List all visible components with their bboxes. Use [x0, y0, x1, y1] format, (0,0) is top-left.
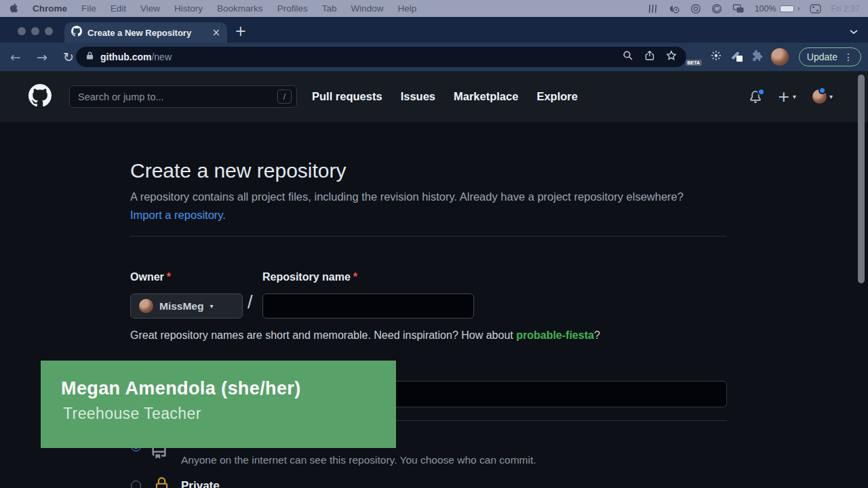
notification-dot: [757, 88, 765, 96]
github-header: / Pull requests Issues Marketplace Explo…: [0, 71, 868, 122]
address-bar[interactable]: github.com/new: [76, 47, 686, 67]
private-label: Private: [181, 479, 220, 488]
user-menu[interactable]: ▾: [812, 89, 833, 104]
presenter-card: Megan Amendola (she/her) Treehouse Teach…: [41, 361, 396, 448]
menubar-clock[interactable]: Fri 2:37: [831, 4, 860, 14]
https-lock-icon[interactable]: [85, 51, 94, 63]
menu-bookmarks[interactable]: Bookmarks: [217, 3, 263, 14]
menu-view[interactable]: View: [140, 3, 160, 14]
menu-profiles[interactable]: Profiles: [277, 3, 308, 14]
editor-extension-icon[interactable]: [730, 49, 743, 65]
macos-menubar: Chrome File Edit View History Bookmarks …: [0, 0, 868, 17]
menu-window[interactable]: Window: [351, 3, 383, 14]
hint-suffix: ?: [594, 329, 600, 341]
display-mirroring-icon[interactable]: [732, 3, 745, 14]
chevron-down-icon: ▾: [829, 93, 833, 100]
traffic-light-minimize[interactable]: [31, 27, 39, 35]
search-input[interactable]: [78, 92, 272, 102]
owner-name: MissMeg: [159, 300, 203, 312]
slash-key-hint: /: [277, 89, 292, 104]
reload-button[interactable]: ↻: [61, 49, 76, 64]
apple-icon[interactable]: [8, 2, 18, 16]
url-host: github.com: [100, 52, 151, 62]
nav-issues[interactable]: Issues: [401, 90, 435, 103]
notifications-bell-icon[interactable]: [749, 91, 762, 103]
intro-text: A repository contains all project files,…: [130, 188, 692, 224]
owner-repo-separator: /: [248, 292, 253, 313]
menu-tab[interactable]: Tab: [322, 3, 337, 14]
public-description: Anyone on the internet can see this repo…: [181, 454, 536, 466]
browser-tab[interactable]: Create a New Repository ×: [64, 22, 227, 43]
owner-label: Owner*: [130, 271, 171, 283]
presenter-name: Megan Amendola (she/her): [61, 378, 301, 399]
forward-button[interactable]: →: [35, 49, 50, 64]
bookmark-star-icon[interactable]: [666, 50, 677, 64]
menu-file[interactable]: File: [81, 3, 96, 14]
traffic-light-close[interactable]: [18, 27, 26, 35]
back-button[interactable]: ←: [8, 49, 23, 64]
battery-percent: 100%: [755, 4, 776, 14]
intro-body: A repository contains all project files,…: [130, 190, 684, 203]
rewind-status-icon[interactable]: [648, 3, 658, 14]
menu-chrome[interactable]: Chrome: [33, 3, 67, 14]
repository-name-input[interactable]: [262, 293, 474, 319]
private-lock-icon: [154, 477, 170, 488]
control-center-icon[interactable]: [810, 4, 821, 14]
repo-name-hint: Great repository names are short and mem…: [130, 329, 600, 342]
sync-status-icon[interactable]: [711, 3, 722, 14]
clock-badge-status-icon[interactable]: [669, 3, 680, 14]
new-tab-button[interactable]: +: [235, 23, 247, 39]
menu-edit[interactable]: Edit: [111, 3, 126, 14]
extensions-puzzle-icon[interactable]: [751, 50, 763, 64]
beta-extension-icon[interactable]: BETA: [686, 48, 702, 66]
zoom-icon[interactable]: [623, 50, 633, 64]
tab-close-icon[interactable]: ×: [212, 28, 220, 38]
chrome-menu-kebab-icon[interactable]: ⋮: [844, 52, 853, 62]
chrome-profile-avatar[interactable]: [771, 48, 789, 66]
import-repository-link[interactable]: Import a repository.: [130, 209, 226, 221]
page-title: Create a new repository: [130, 159, 347, 182]
tab-search-chevron-icon[interactable]: [849, 26, 859, 38]
chrome-toolbar: ← → ↻ github.com/new BETA: [0, 43, 868, 71]
nav-pull-requests[interactable]: Pull requests: [312, 90, 382, 103]
divider: [130, 236, 727, 237]
required-asterisk: *: [353, 271, 357, 283]
chevron-down-icon: ▾: [793, 93, 796, 100]
github-favicon: [71, 26, 82, 39]
nav-explore[interactable]: Explore: [536, 90, 578, 103]
avatar-status-dot: [818, 87, 826, 94]
beta-badge: BETA: [686, 60, 702, 66]
scrollbar-thumb[interactable]: [858, 75, 865, 283]
suggested-repo-name[interactable]: probable-fiesta: [516, 329, 594, 341]
github-logo-icon[interactable]: [28, 84, 52, 110]
required-asterisk: *: [167, 271, 171, 283]
update-label: Update: [807, 52, 837, 62]
circle-status-icon[interactable]: [690, 3, 701, 14]
github-nav: Pull requests Issues Marketplace Explore: [312, 90, 578, 103]
repository-name-label: Repository name*: [262, 271, 357, 283]
owner-select-button[interactable]: MissMeg ▾: [130, 293, 243, 319]
github-search-box[interactable]: /: [69, 85, 297, 108]
private-radio[interactable]: [131, 481, 141, 488]
plus-icon: +: [778, 89, 790, 104]
battery-indicator[interactable]: 100%: [755, 4, 800, 14]
menu-help[interactable]: Help: [397, 3, 416, 14]
share-icon[interactable]: [644, 50, 655, 64]
repo-name-label-text: Repository name: [262, 271, 351, 283]
create-new-menu[interactable]: + ▾: [778, 89, 796, 104]
owner-avatar: [139, 299, 153, 313]
devtools-extension-icon[interactable]: [710, 49, 722, 64]
traffic-light-zoom[interactable]: [45, 27, 53, 35]
hint-text: Great repository names are short and mem…: [130, 329, 516, 341]
nav-marketplace[interactable]: Marketplace: [454, 90, 518, 103]
url-path: /new: [151, 52, 172, 62]
menu-history[interactable]: History: [174, 3, 203, 14]
presenter-role: Treehouse Teacher: [63, 405, 201, 423]
chrome-tab-strip: Create a New Repository × +: [0, 17, 868, 43]
owner-label-text: Owner: [130, 271, 164, 283]
chrome-update-button[interactable]: Update ⋮: [799, 47, 861, 66]
chevron-down-icon: ▾: [210, 302, 213, 310]
tab-title: Create a New Repository: [87, 28, 206, 38]
window-controls: [18, 27, 53, 35]
